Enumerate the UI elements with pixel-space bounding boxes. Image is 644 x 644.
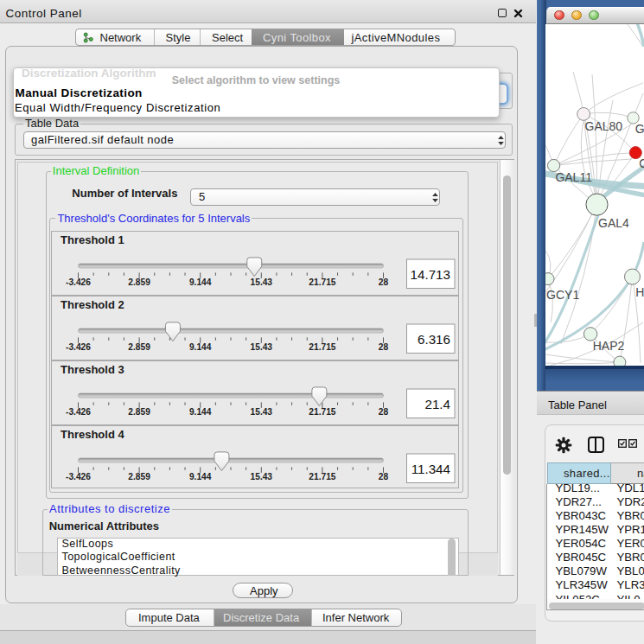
svg-text:GAL80: GAL80 <box>585 118 623 132</box>
svg-text:21.715: 21.715 <box>309 342 335 352</box>
svg-text:-3.426: -3.426 <box>66 407 91 417</box>
svg-text:9.144: 9.144 <box>189 472 212 481</box>
svg-text:GA: GA <box>635 121 644 135</box>
svg-text:GAL4: GAL4 <box>598 216 629 230</box>
svg-text:28: 28 <box>379 342 389 352</box>
svg-text:28: 28 <box>379 472 389 481</box>
svg-text:21.715: 21.715 <box>309 277 335 287</box>
svg-text:2.859: 2.859 <box>128 472 150 481</box>
svg-text:-3.426: -3.426 <box>66 472 91 481</box>
svg-text:15.43: 15.43 <box>251 472 273 481</box>
svg-text:11.344: 11.344 <box>411 462 450 476</box>
svg-text:15.43: 15.43 <box>251 277 273 287</box>
svg-text:15.43: 15.43 <box>251 407 273 417</box>
svg-text:2.859: 2.859 <box>128 277 150 287</box>
svg-text:21.715: 21.715 <box>309 407 335 417</box>
svg-text:21.4: 21.4 <box>424 397 450 411</box>
svg-text:28: 28 <box>379 277 389 287</box>
svg-text:21.715: 21.715 <box>309 472 335 481</box>
svg-text:15.43: 15.43 <box>251 342 273 352</box>
svg-text:C: C <box>639 156 644 169</box>
svg-text:9.144: 9.144 <box>189 277 212 287</box>
svg-text:2.859: 2.859 <box>128 407 150 417</box>
svg-text:GAL11: GAL11 <box>555 170 592 184</box>
svg-text:9.144: 9.144 <box>189 342 212 352</box>
svg-text:28: 28 <box>379 407 389 417</box>
svg-text:2.859: 2.859 <box>128 342 150 352</box>
svg-text:6.316: 6.316 <box>418 332 450 347</box>
svg-text:14.713: 14.713 <box>411 267 450 282</box>
svg-text:-3.426: -3.426 <box>66 342 91 352</box>
svg-text:-3.426: -3.426 <box>66 277 91 287</box>
svg-text:HAP2: HAP2 <box>593 339 625 353</box>
svg-text:GCY1: GCY1 <box>546 288 579 302</box>
svg-text:9.144: 9.144 <box>189 407 212 417</box>
svg-text:H: H <box>635 284 644 298</box>
